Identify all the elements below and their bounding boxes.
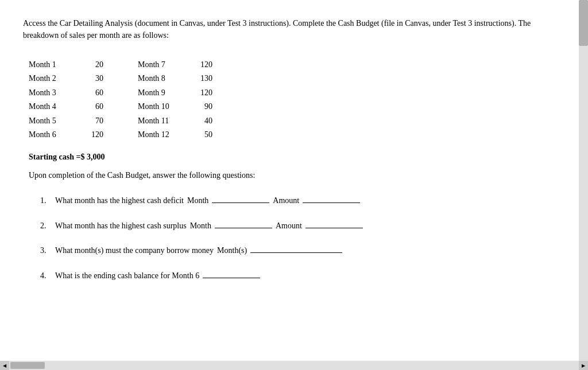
question-text: What month has the highest cash surplus	[55, 220, 187, 232]
vertical-scrollbar[interactable]	[579, 0, 588, 370]
month-value: 120	[80, 128, 103, 141]
question-text: What is the ending cash balance for Mont…	[55, 270, 199, 282]
month-name: Month 10	[138, 100, 178, 113]
month-name: Month 3	[29, 87, 69, 99]
field-label: Amount	[273, 194, 299, 207]
month-value: 50	[189, 128, 212, 141]
question-text: What month(s) must the company borrow mo…	[55, 244, 214, 257]
field-label: Month(s)	[217, 244, 247, 257]
month-name: Month 2	[29, 72, 69, 85]
month-row: Month 120	[29, 59, 103, 71]
month-name: Month 6	[29, 128, 69, 141]
month-row: Month 8130	[138, 72, 212, 85]
month-value: 90	[189, 100, 212, 113]
month-row: Month 1140	[138, 115, 212, 127]
month-row: Month 7120	[138, 59, 212, 71]
month-name: Month 7	[138, 59, 178, 71]
month-name: Month 5	[29, 115, 69, 127]
answer-field[interactable]	[212, 194, 269, 203]
scrollbar-thumb[interactable]	[579, 0, 588, 46]
question-item-4: 4. What is the ending cash balance for M…	[40, 269, 565, 282]
month-row: Month 230	[29, 72, 103, 85]
question-text: What month has the highest cash deficit	[55, 194, 184, 207]
question-item-1: 1. What month has the highest cash defic…	[40, 194, 565, 207]
month-value: 20	[80, 59, 103, 71]
horizontal-scrollbar[interactable]: ◀ ▶	[0, 361, 588, 370]
month-value: 70	[80, 115, 103, 127]
scroll-area[interactable]: Access the Car Detailing Analysis (docum…	[0, 0, 588, 370]
answer-field[interactable]	[250, 244, 342, 253]
month-row: Month 460	[29, 100, 103, 113]
field-label: Month	[190, 220, 211, 232]
question-item-2: 2. What month has the highest cash surpl…	[40, 219, 565, 232]
question-fields: MonthAmount	[187, 194, 360, 207]
month-name: Month 12	[138, 128, 178, 141]
answer-field[interactable]	[203, 269, 260, 278]
completion-text: Upon completion of the Cash Budget, answ…	[29, 171, 565, 180]
intro-paragraph: Access the Car Detailing Analysis (docum…	[23, 17, 565, 41]
month-name: Month 8	[138, 72, 178, 85]
question-number: 3.	[40, 244, 52, 257]
month-name: Month 4	[29, 100, 69, 113]
month-row: Month 6120	[29, 128, 103, 141]
questions-list: 1. What month has the highest cash defic…	[40, 194, 565, 282]
months-table: Month 120Month 230Month 360Month 460Mont…	[29, 59, 565, 141]
month-row: Month 9120	[138, 87, 212, 99]
month-value: 60	[80, 100, 103, 113]
month-row: Month 1250	[138, 128, 212, 141]
months-left-column: Month 120Month 230Month 360Month 460Mont…	[29, 59, 103, 141]
answer-field[interactable]	[303, 194, 360, 203]
question-item-3: 3. What month(s) must the company borrow…	[40, 244, 565, 257]
question-number: 4.	[40, 270, 52, 282]
starting-cash-label: Starting cash =$ 3,000	[29, 153, 565, 162]
month-value: 120	[189, 59, 212, 71]
question-number: 1.	[40, 194, 52, 207]
scroll-right-arrow[interactable]: ▶	[579, 361, 588, 370]
answer-field[interactable]	[215, 219, 272, 228]
question-fields: MonthAmount	[190, 219, 363, 232]
month-value: 40	[189, 115, 212, 127]
month-name: Month 9	[138, 87, 178, 99]
field-label: Month	[187, 194, 208, 207]
answer-field[interactable]	[305, 219, 363, 228]
month-name: Month 11	[138, 115, 178, 127]
horizontal-scrollbar-thumb[interactable]	[10, 362, 45, 369]
month-row: Month 570	[29, 115, 103, 127]
question-fields	[203, 269, 260, 278]
month-value: 30	[80, 72, 103, 85]
month-value: 120	[189, 87, 212, 99]
month-row: Month 360	[29, 87, 103, 99]
month-value: 60	[80, 87, 103, 99]
month-row: Month 1090	[138, 100, 212, 113]
field-label: Amount	[276, 220, 302, 232]
month-name: Month 1	[29, 59, 69, 71]
page-container: Access the Car Detailing Analysis (docum…	[0, 0, 588, 370]
months-right-column: Month 7120Month 8130Month 9120Month 1090…	[138, 59, 212, 141]
question-fields: Month(s)	[217, 244, 342, 257]
question-number: 2.	[40, 220, 52, 232]
month-value: 130	[189, 72, 212, 85]
scroll-left-arrow[interactable]: ◀	[0, 361, 9, 370]
